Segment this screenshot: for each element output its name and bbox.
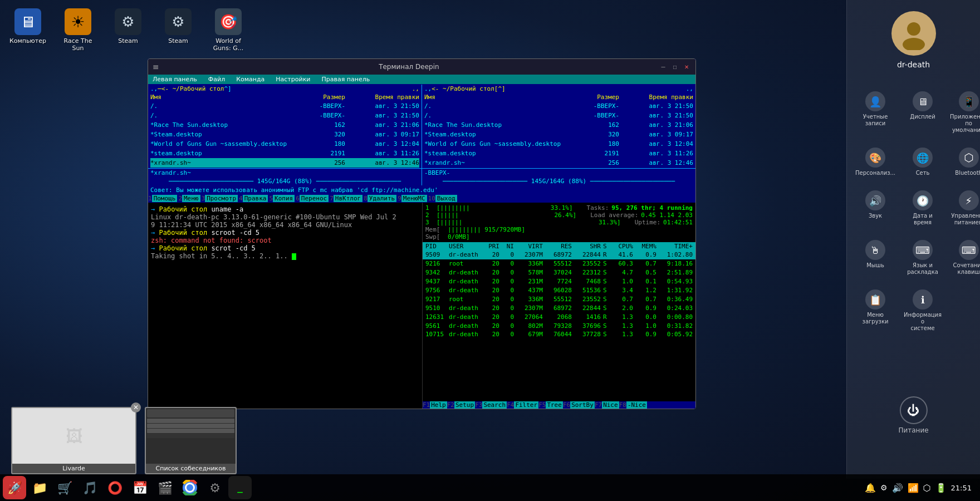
htop-fk6-label[interactable]: SortBy [570, 401, 595, 409]
taskbar-settings[interactable]: ⚙ [203, 476, 227, 499]
terminal-maximize[interactable]: □ [670, 62, 679, 71]
fkey8-num: 8 [364, 195, 367, 202]
terminal-close[interactable]: ✕ [682, 62, 691, 71]
fkey5-label[interactable]: Копия [273, 195, 295, 202]
settings-item-shortcuts[interactable]: ⌨ Сочетанияклавиш [947, 234, 980, 281]
htop-fk6-num: F6 [563, 401, 570, 409]
settings-item-sound[interactable]: 🔊 Звук [852, 185, 898, 232]
taskbar-chrome[interactable] [178, 476, 202, 499]
fkey9-label[interactable]: МенюМС [401, 195, 427, 202]
settings-item-bluetooth[interactable]: ⬡ Bluetooth [947, 142, 980, 182]
taskbar-music[interactable]: 🎵 [78, 476, 101, 499]
power-mgmt-label: Управлениепитанием [951, 213, 980, 226]
mc-selected-status: *xrandr.sh~ -BBEPX- [148, 168, 695, 177]
fkey2-num: 2 [178, 195, 182, 202]
fkey3-label[interactable]: Просмотр [205, 195, 238, 202]
datetime-label: Дата и время [904, 213, 942, 226]
taskbar-notification-icon[interactable]: 🔔 [865, 483, 876, 493]
settings-item-sysinfo[interactable]: ℹ Информация осистеме [901, 284, 944, 337]
settings-item-display[interactable]: 🖥 Дисплей [901, 86, 944, 139]
settings-grid: 👤 Учетныезаписи 🖥 Дисплей 📱 Приложенияпо… [852, 86, 974, 337]
htop-fk1-label[interactable]: Help [430, 401, 447, 409]
bluetooth-icon: ⬡ [959, 148, 979, 168]
desktop-icon-steam2[interactable]: ⚙ Steam [156, 6, 200, 55]
avatar [891, 11, 936, 56]
htop-fk7-num: F7 [595, 401, 602, 409]
chat-list-preview: Список собеседников [145, 407, 237, 474]
mc-left-path: .,─<- ~/Рабочий стол.,^] [148, 85, 422, 93]
menu-command[interactable]: Команда [236, 76, 264, 83]
desktop-icon-computer[interactable]: 🖥 Компьютер [6, 6, 50, 55]
taskbar-steam-tray[interactable]: ⚙ [880, 483, 888, 492]
terminal-menu-icon[interactable]: ≡ [153, 62, 159, 71]
taskbar-network-icon[interactable]: 📶 [908, 483, 919, 493]
taskbar-appstore[interactable]: 🛒 [53, 476, 76, 499]
fkey1-label[interactable]: Помощь [152, 195, 178, 202]
fkey4-label[interactable]: Правка [243, 195, 268, 202]
fkey7-num: 7 [330, 195, 334, 202]
taskbar-files[interactable]: 📁 [28, 476, 51, 499]
desktop-icon-world-of-guns[interactable]: 🎯 World of Guns: G... [206, 6, 251, 55]
fkey10-label[interactable]: Выход [435, 195, 457, 202]
fkey8-label[interactable]: Удалить [367, 195, 396, 202]
keyboard-icon: ⌨ [913, 240, 933, 260]
menu-settings[interactable]: Настройки [276, 76, 310, 83]
taskbar-movie[interactable]: 🎬 [153, 476, 177, 499]
settings-item-datetime[interactable]: 🕐 Дата и время [901, 185, 944, 232]
fkey10-num: 10 [428, 195, 435, 202]
desktop-icon-race-the-sun[interactable]: ☀ Race The Sun [56, 6, 100, 55]
terminal-minimize[interactable]: ─ [659, 62, 668, 71]
livarde-close[interactable]: ✕ [131, 402, 141, 412]
shortcuts-icon: ⌨ [959, 240, 979, 260]
menu-file[interactable]: Файл [208, 76, 225, 83]
terminal-titlebar: ≡ Терминал Deepin ─ □ ✕ [148, 59, 695, 75]
taskbar-battery-icon[interactable]: 🔋 [935, 483, 947, 493]
accounts-icon: 👤 [865, 91, 885, 111]
settings-item-default-apps[interactable]: 📱 Приложенияпо умолчанию [947, 86, 980, 139]
htop-fk4-label[interactable]: Filter [514, 401, 538, 409]
shell-output[interactable]: → Рабочий стол uname -a Linux dr-death-p… [148, 203, 423, 409]
taskbar-terminal[interactable]: _ [228, 476, 252, 499]
fkey7-label[interactable]: НвКтлог [334, 195, 362, 202]
power-button[interactable]: ⏻ [899, 396, 927, 424]
settings-item-accounts[interactable]: 👤 Учетныезаписи [852, 86, 898, 139]
display-label: Дисплей [910, 114, 935, 120]
settings-item-network[interactable]: 🌐 Сеть [901, 142, 944, 182]
taskbar-calendar[interactable]: 📅 [128, 476, 151, 499]
bootmenu-label: Менюзагрузки [863, 312, 889, 325]
htop-fk3-label[interactable]: Search [482, 401, 507, 409]
accounts-label: Учетныезаписи [863, 114, 888, 127]
htop-fk4-num: F4 [507, 401, 514, 409]
htop-fk2-label[interactable]: Setup [454, 401, 475, 409]
htop-fk3-num: F3 [475, 401, 482, 409]
taskbar-volume-icon[interactable]: 🔊 [892, 483, 903, 493]
menu-left-panel[interactable]: Левая панель [153, 76, 197, 83]
htop-fk8-num: F8 [619, 401, 626, 409]
terminal-lower: → Рабочий стол uname -a Linux dr-death-p… [148, 203, 695, 409]
menu-right-panel[interactable]: Правая панель [321, 76, 370, 83]
network-label: Сеть [916, 170, 930, 176]
settings-item-mouse[interactable]: 🖱 Мышь [852, 234, 898, 281]
taskbar-crossover[interactable]: ⭕ [103, 476, 126, 499]
svg-point-1 [903, 38, 925, 50]
settings-item-power-mgmt[interactable]: ⚡ Управлениепитанием [947, 185, 980, 232]
fkey6-label[interactable]: Перенос [300, 195, 329, 202]
mc-left-panel: /.-BBEPX-авг. 3 21:50 /.-BBEPX-авг. 3 21… [148, 101, 422, 168]
preview-area: 🖼 Livarde ✕ [11, 407, 237, 474]
fkey6-num: 6 [296, 195, 300, 202]
htop-fk5-label[interactable]: Tree [546, 401, 563, 409]
settings-item-bootmenu[interactable]: 📋 Менюзагрузки [852, 284, 898, 337]
fkey9-num: 9 [398, 195, 401, 202]
taskbar-launcher[interactable]: 🚀 [3, 476, 26, 499]
htop-fk8-label[interactable]: -Nice [626, 401, 647, 409]
htop-fk7-label[interactable]: Nice [602, 401, 619, 409]
settings-item-keyboard[interactable]: ⌨ Язык ираскладка [901, 234, 944, 281]
sysinfo-icon: ℹ [913, 289, 933, 310]
fkey2-label[interactable]: Меню [182, 195, 200, 202]
sysinfo-label: Информация осистеме [904, 312, 942, 332]
svg-point-4 [187, 484, 193, 491]
desktop-icon-steam1[interactable]: ⚙ Steam [106, 6, 150, 55]
taskbar-bluetooth-tray-icon[interactable]: ⬡ [923, 483, 931, 493]
settings-item-personalize[interactable]: 🎨 Персонализ... [852, 142, 898, 182]
fkey1-num: 1 [148, 195, 152, 202]
